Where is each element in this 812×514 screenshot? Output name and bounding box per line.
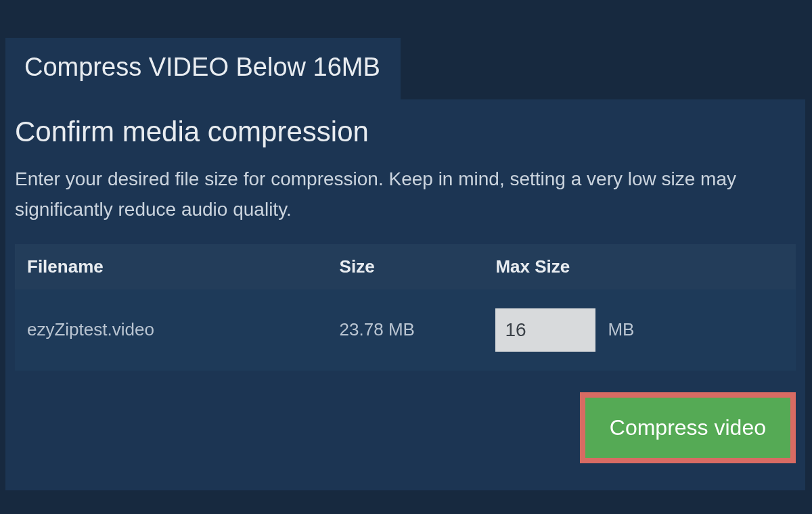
maxsize-unit: MB — [608, 319, 634, 340]
cell-filename: ezyZiptest.video — [15, 289, 328, 371]
button-row: Compress video — [15, 392, 796, 463]
compress-video-button[interactable]: Compress video — [585, 398, 790, 458]
cell-size: 23.78 MB — [328, 289, 484, 371]
content-panel: Confirm media compression Enter your des… — [5, 99, 805, 490]
maxsize-input[interactable] — [495, 308, 595, 352]
header-size: Size — [328, 244, 484, 289]
table-row: ezyZiptest.video 23.78 MB MB — [15, 289, 796, 371]
compress-button-highlight: Compress video — [580, 392, 796, 463]
header-maxsize: Max Size — [483, 244, 796, 289]
header-filename: Filename — [15, 244, 328, 289]
file-table: Filename Size Max Size ezyZiptest.video … — [15, 244, 796, 371]
maxsize-input-wrap: MB — [495, 308, 784, 352]
page-title: Confirm media compression — [15, 116, 796, 148]
page-container: Compress VIDEO Below 16MB Confirm media … — [0, 0, 812, 490]
cell-maxsize: MB — [483, 289, 796, 371]
description-text: Enter your desired file size for compres… — [15, 164, 796, 225]
tab-compress-video[interactable]: Compress VIDEO Below 16MB — [5, 38, 401, 99]
